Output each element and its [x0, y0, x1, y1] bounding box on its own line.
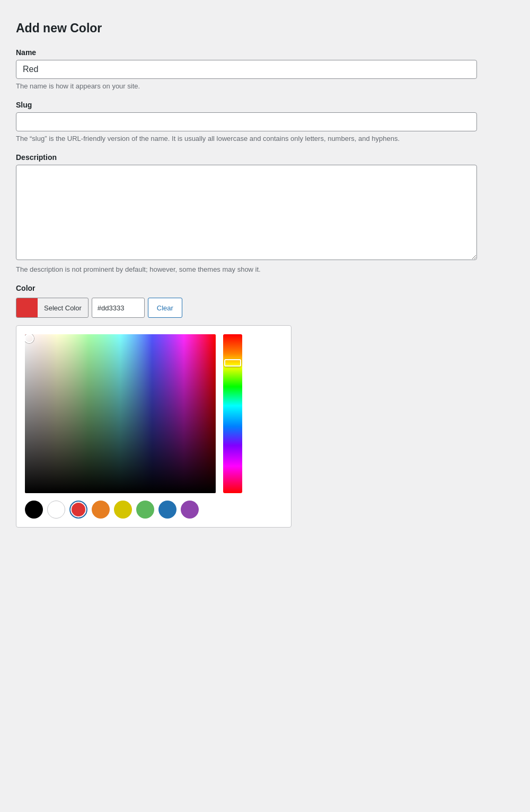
page-container: Add new Color Name The name is how it ap… — [11, 11, 519, 549]
slug-hint: The “slug” is the URL-friendly version o… — [16, 135, 477, 142]
slug-input[interactable] — [16, 112, 477, 131]
swatch-purple[interactable] — [181, 501, 199, 519]
swatch-red[interactable] — [69, 501, 87, 519]
slug-label: Slug — [16, 101, 514, 109]
color-gradient-area[interactable] — [25, 334, 216, 493]
description-input[interactable] — [16, 165, 477, 260]
description-field-group: Description The description is not promi… — [16, 153, 514, 273]
picker-main — [25, 334, 282, 493]
color-hex-input[interactable] — [92, 298, 145, 318]
name-field-group: Name The name is how it appears on your … — [16, 48, 514, 90]
page-title: Add new Color — [16, 21, 514, 35]
swatch-black[interactable] — [25, 501, 43, 519]
select-color-label: Select Color — [38, 304, 88, 312]
name-label: Name — [16, 48, 514, 57]
color-swatches-row — [25, 501, 282, 519]
description-label: Description — [16, 153, 514, 162]
hue-slider-container — [223, 334, 242, 493]
color-label: Color — [16, 284, 514, 292]
swatch-green[interactable] — [136, 501, 154, 519]
swatch-orange[interactable] — [92, 501, 110, 519]
color-controls: Select Color Clear — [16, 298, 514, 318]
name-hint: The name is how it appears on your site. — [16, 82, 477, 90]
description-hint: The description is not prominent by defa… — [16, 265, 477, 273]
swatch-yellow[interactable] — [114, 501, 132, 519]
swatch-blue[interactable] — [158, 501, 176, 519]
gradient-black-overlay — [25, 334, 216, 493]
clear-button[interactable]: Clear — [148, 298, 182, 318]
color-field-group: Color Select Color Clear — [16, 284, 514, 528]
name-input[interactable] — [16, 60, 477, 79]
slug-field-group: Slug The “slug” is the URL-friendly vers… — [16, 101, 514, 142]
color-picker-panel — [16, 325, 292, 528]
select-color-button[interactable]: Select Color — [16, 298, 89, 318]
swatch-white[interactable] — [47, 501, 65, 519]
color-swatch-preview — [16, 298, 38, 318]
hue-slider[interactable] — [223, 334, 242, 493]
hue-thumb — [224, 359, 241, 367]
